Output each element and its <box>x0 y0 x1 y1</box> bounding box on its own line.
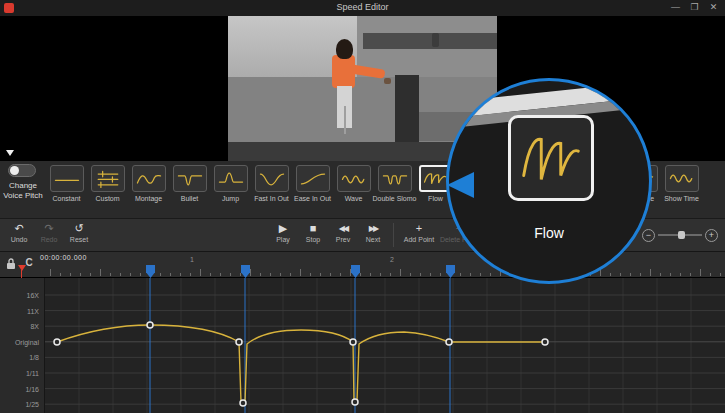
ruler-tick <box>170 273 171 276</box>
curve-point[interactable] <box>446 339 452 345</box>
video-window-strip <box>363 33 498 49</box>
curve-point[interactable] <box>240 400 246 406</box>
minimize-button[interactable]: — <box>666 0 685 16</box>
titlebar: Speed Editor — ❐ ✕ <box>0 0 725 16</box>
zoom-slider[interactable] <box>658 234 702 236</box>
preset-ease-in-out[interactable]: Ease In Out <box>292 165 333 217</box>
preset-label: Montage <box>135 195 162 202</box>
redo-button[interactable]: ↷ Redo <box>34 221 64 243</box>
next-icon: ▶▶ <box>369 221 377 236</box>
ruler-tick <box>610 273 611 276</box>
ruler-tick <box>160 273 161 276</box>
ruler-tick <box>60 273 61 276</box>
preset-label: Constant <box>52 195 80 202</box>
curve-point[interactable] <box>352 399 358 405</box>
ruler-tick <box>370 273 371 276</box>
add-point-icon: + <box>416 221 422 236</box>
ruler-tick <box>130 273 131 276</box>
toggle-knob <box>10 166 19 175</box>
preset-constant[interactable]: Constant <box>46 165 87 217</box>
ruler-label: 2 <box>390 256 394 263</box>
prev-button[interactable]: ◀◀ Prev <box>328 221 358 247</box>
next-button[interactable]: ▶▶ Next <box>358 221 388 247</box>
ruler-tick <box>240 273 241 276</box>
video-statue <box>432 33 439 47</box>
curve-point[interactable] <box>542 339 548 345</box>
stop-button[interactable]: ■ Stop <box>298 221 328 247</box>
keyframe-marker[interactable] <box>351 265 360 278</box>
preset-fast-in-out[interactable]: Fast In Out <box>251 165 292 217</box>
playhead-icon[interactable] <box>18 265 26 271</box>
preset-label: Bullet <box>181 195 199 202</box>
curve-point[interactable] <box>236 339 242 345</box>
ruler-tick <box>700 269 701 276</box>
ruler-tick <box>490 273 491 276</box>
ruler-tick <box>220 273 221 276</box>
keyframe-marker[interactable] <box>146 265 155 278</box>
preset-label: Double Slomo <box>373 195 417 202</box>
preset-montage-icon <box>132 165 166 192</box>
redo-icon: ↷ <box>44 221 53 236</box>
voice-pitch-label: Change Voice Pitch <box>0 181 46 201</box>
preset-custom[interactable]: Custom <box>87 165 128 217</box>
window-controls: — ❐ ✕ <box>666 0 723 16</box>
ruler-tick <box>710 273 711 276</box>
reset-icon: ↺ <box>74 221 83 236</box>
keyframe-marker[interactable] <box>446 265 455 278</box>
speed-curve-editor[interactable]: 16X11X8XOriginal1/81/111/161/25 <box>0 278 725 413</box>
ruler-tick <box>200 269 201 276</box>
curve-point[interactable] <box>54 339 60 345</box>
ruler-tick <box>210 273 211 276</box>
preset-show-time[interactable]: Show Time <box>661 165 702 217</box>
preset-label: Wave <box>345 195 363 202</box>
ruler-tick <box>390 273 391 276</box>
ruler-tick <box>300 269 301 276</box>
voice-pitch-toggle[interactable] <box>8 164 36 177</box>
flow-preset-magnified <box>508 115 594 201</box>
play-button[interactable]: ▶ Play <box>268 221 298 247</box>
add-point-button[interactable]: + Add Point <box>399 221 439 247</box>
zoom-in-icon[interactable]: + <box>705 229 718 242</box>
ruler-tick <box>190 273 191 276</box>
preset-label: Jump <box>222 195 239 202</box>
ruler-tick <box>70 273 71 276</box>
video-person-torso <box>332 55 355 88</box>
zoom-out-icon[interactable]: − <box>642 229 655 242</box>
preset-custom-icon <box>91 165 125 192</box>
keyframe-marker[interactable] <box>241 265 250 278</box>
preset-wave[interactable]: Wave <box>333 165 374 217</box>
video-person-hand <box>384 78 391 84</box>
play-icon: ▶ <box>279 221 287 236</box>
close-button[interactable]: ✕ <box>704 0 723 16</box>
preset-label: Ease In Out <box>294 195 331 202</box>
preset-double-slomo[interactable]: Double Slomo <box>374 165 415 217</box>
callout-label: Flow <box>449 225 649 241</box>
ruler-tick <box>670 273 671 276</box>
lock-icon[interactable] <box>5 256 19 272</box>
maximize-button[interactable]: ❐ <box>685 0 704 16</box>
preset-montage[interactable]: Montage <box>128 165 169 217</box>
curve-point[interactable] <box>350 339 356 345</box>
ruler-tick <box>470 273 471 276</box>
ruler-tick <box>640 273 641 276</box>
ruler-label: 1 <box>190 256 194 263</box>
ruler-tick <box>310 273 311 276</box>
curve-point[interactable] <box>147 322 153 328</box>
preset-fast-in-out-icon <box>255 165 289 192</box>
preset-show-time-icon <box>665 165 699 192</box>
preset-jump[interactable]: Jump <box>210 165 251 217</box>
ruler-tick <box>340 273 341 276</box>
undo-icon: ↶ <box>14 221 23 236</box>
preset-bullet[interactable]: Bullet <box>169 165 210 217</box>
toolbar-separator <box>393 223 394 247</box>
ruler-tick <box>460 273 461 276</box>
preset-wave-icon <box>337 165 371 192</box>
ruler-tick <box>140 273 141 276</box>
ruler-tick <box>650 269 651 276</box>
collapse-arrow-icon[interactable] <box>6 150 14 156</box>
ruler-tick <box>430 273 431 276</box>
undo-button[interactable]: ↶ Undo <box>4 221 34 243</box>
reset-button[interactable]: ↺ Reset <box>64 221 94 243</box>
zoom-slider-handle[interactable] <box>678 231 685 239</box>
ruler-tick <box>440 273 441 276</box>
